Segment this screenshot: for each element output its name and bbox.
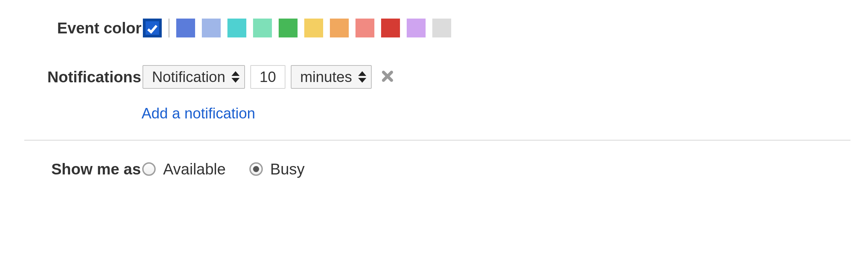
event-settings-panel: Event color Notifications Notification m… [0, 0, 868, 274]
show-me-as-option[interactable]: Busy [249, 160, 305, 178]
color-swatch[interactable] [355, 19, 374, 37]
show-me-as-option[interactable]: Available [142, 160, 226, 178]
color-swatch[interactable] [253, 19, 272, 37]
color-swatch[interactable] [304, 19, 323, 37]
label-show-me-as: Show me as [31, 160, 142, 178]
notification-type-value: Notification [152, 68, 225, 85]
row-notifications: Notifications Notification minutes [0, 63, 868, 90]
close-icon [382, 71, 393, 82]
color-swatch[interactable] [227, 19, 246, 37]
color-swatch-list [143, 19, 458, 37]
row-show-me-as: Show me as AvailableBusy [0, 159, 868, 179]
add-notification-link[interactable]: Add a notification [142, 105, 255, 122]
select-arrows-icon [358, 71, 366, 83]
radio-label: Available [163, 160, 226, 178]
select-arrows-icon [231, 71, 240, 83]
radio-icon [142, 162, 156, 176]
notification-unit-select[interactable]: minutes [291, 65, 372, 89]
radio-label: Busy [270, 160, 305, 178]
swatch-separator [168, 19, 169, 37]
notification-unit-value: minutes [300, 68, 352, 85]
label-event-color: Event color [0, 19, 143, 37]
notification-type-select[interactable]: Notification [143, 65, 245, 89]
notification-value-input[interactable] [250, 65, 285, 89]
show-me-as-options: AvailableBusy [142, 160, 328, 178]
row-event-color: Event color [0, 16, 868, 40]
label-notifications: Notifications [27, 68, 143, 86]
color-swatch[interactable] [432, 19, 451, 37]
row-add-notification: Add a notification [0, 104, 868, 123]
color-swatch[interactable] [330, 19, 349, 37]
color-swatch[interactable] [407, 19, 426, 37]
color-swatch[interactable] [176, 19, 195, 37]
color-swatch[interactable] [279, 19, 298, 37]
section-divider [24, 140, 850, 141]
check-icon [146, 23, 158, 35]
color-swatch[interactable] [143, 19, 162, 37]
radio-icon [249, 162, 263, 176]
color-swatch[interactable] [381, 19, 400, 37]
remove-notification-button[interactable] [382, 71, 393, 83]
color-swatch[interactable] [202, 19, 221, 37]
notification-controls: Notification minutes [143, 65, 393, 89]
